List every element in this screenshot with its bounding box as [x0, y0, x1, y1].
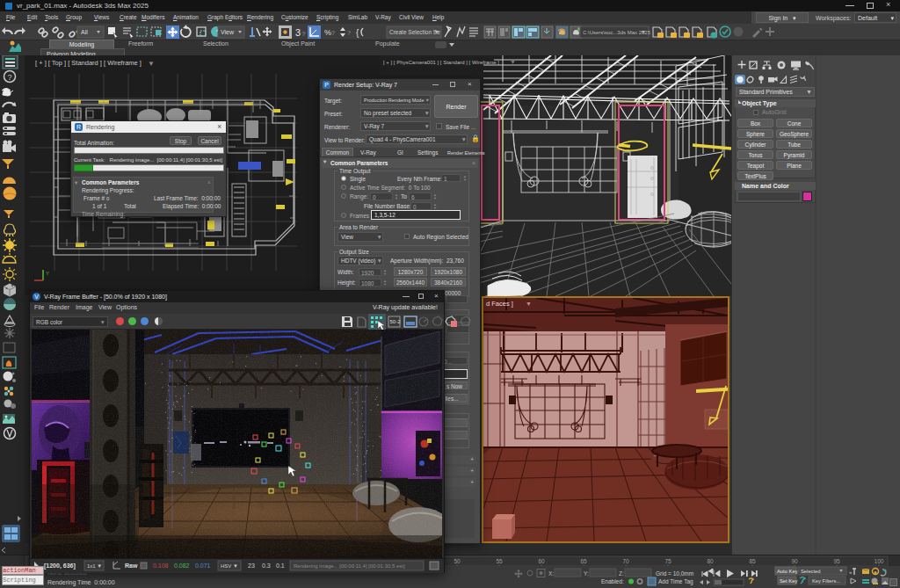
svg-text:100: 100	[875, 558, 884, 564]
svg-text:Raw: Raw	[125, 563, 138, 569]
svg-text:0.071: 0.071	[195, 563, 211, 569]
svg-text:%: %	[324, 28, 331, 37]
svg-text:1x1 ▼: 1x1 ▼	[87, 563, 102, 569]
svg-text:80: 80	[707, 558, 714, 564]
svg-text:Z:: Z:	[619, 570, 624, 577]
svg-text:All: All	[81, 29, 88, 35]
svg-text:50: 50	[454, 558, 461, 564]
svg-text:85: 85	[749, 558, 756, 564]
svg-text:Create Selection Se: Create Selection Se	[389, 29, 440, 35]
svg-text:23: 23	[248, 563, 255, 569]
svg-text:Set Key: Set Key	[780, 578, 797, 584]
svg-text:d Faces ]: d Faces ]	[486, 300, 513, 308]
svg-text:[ + ] [ Top ] [ Standard ] [ W: [ + ] [ Top ] [ Standard ] [ Wireframe ]	[35, 59, 142, 67]
svg-text:Auto Key: Auto Key	[777, 569, 798, 574]
svg-text:?: ?	[331, 30, 335, 36]
svg-text:65: 65	[580, 558, 587, 564]
svg-text:0.082: 0.082	[174, 563, 190, 569]
svg-text:?: ?	[347, 30, 351, 36]
svg-text:50-2: 50-2	[390, 319, 402, 324]
svg-text:90: 90	[791, 558, 798, 564]
svg-text:55: 55	[496, 558, 503, 564]
svg-text:▼: ▼	[526, 301, 532, 307]
svg-text:{: {	[356, 28, 359, 38]
svg-text:View: View	[221, 29, 235, 35]
svg-text:Grid = 10,0mm: Grid = 10,0mm	[656, 570, 693, 577]
svg-text:75: 75	[664, 558, 671, 564]
svg-text:Key Filters...: Key Filters...	[812, 578, 841, 584]
svg-text:0.3: 0.3	[262, 563, 271, 569]
svg-text:[1200, 636]: [1200, 636]	[44, 563, 76, 570]
svg-text:Selected: Selected	[801, 569, 821, 574]
svg-text:HSV ▼: HSV ▼	[221, 563, 238, 569]
svg-text:Y: Y	[46, 271, 49, 276]
svg-text:0.108: 0.108	[153, 563, 169, 569]
svg-text:70: 70	[622, 558, 629, 564]
svg-text:Add Time Tag: Add Time Tag	[658, 578, 693, 585]
svg-text:3: 3	[295, 27, 301, 38]
svg-text:95: 95	[833, 558, 840, 564]
svg-text:Enabled:: Enabled:	[601, 578, 624, 584]
svg-text:0.1: 0.1	[276, 563, 285, 569]
svg-text:?: ?	[8, 73, 12, 82]
svg-text:Rendering image... [00:00:11,4: Rendering image... [00:00:11,4] [00:01:3…	[294, 563, 405, 569]
svg-text:»: »	[849, 570, 853, 575]
svg-text:Y:: Y:	[584, 570, 589, 577]
svg-text:[ + ] [ PhysCamera001 ] [ Stan: [ + ] [ PhysCamera001 ] [ Standard ] [ W…	[383, 60, 499, 65]
svg-text:60: 60	[538, 558, 545, 564]
svg-text:▼: ▼	[510, 59, 516, 65]
svg-text:X:: X:	[548, 570, 554, 577]
svg-text:▼: ▼	[148, 60, 155, 68]
svg-text:C:\Users\soc...3ds Max 2025: C:\Users\soc...3ds Max 2025	[583, 30, 651, 35]
svg-text:?: ?	[301, 30, 306, 38]
